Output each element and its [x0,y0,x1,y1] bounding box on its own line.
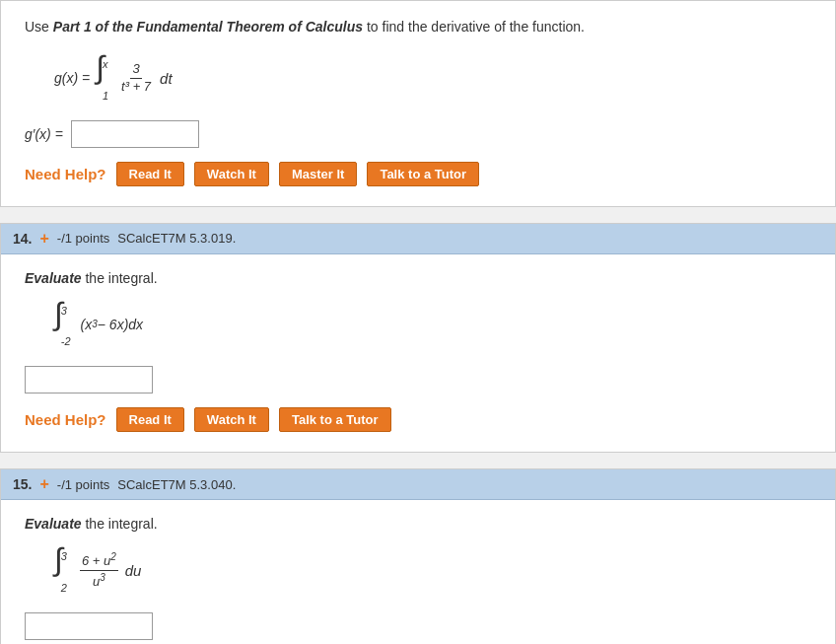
problem-14-number: 14. [13,231,32,247]
evaluate-keyword-15: Evaluate [25,516,82,532]
integral-var: dt [160,65,173,92]
fraction-denominator-15: u3 [91,571,107,591]
problem-15-block: 15. + -/1 points SCalcET7M 5.3.040. Eval… [0,468,836,644]
integrand-14: (x3 − 6x)dx [81,313,144,337]
problem-15-body: Evaluate the integral. ∫ 3 2 6 + u2 [1,500,835,644]
problem-15-id: SCalcET7M 5.3.040. [117,477,236,492]
integrand-15: 6 + u2 u3 du [77,550,142,591]
fraction-numerator: 3 [130,61,141,79]
top-problem-instruction: Use Part 1 of the Fundamental Theorem of… [25,17,811,37]
integral-equation: g(x) = ∫ x 1 3 t³ + 7 dt [54,51,811,107]
integral-line-15: ∫ 3 2 6 + u2 u3 du [54,543,811,599]
problem-14-points: -/1 points [57,231,109,246]
read-it-button-14[interactable]: Read It [116,407,184,432]
fraction-denominator: t³ + 7 [119,79,153,96]
top-problem-math: g(x) = ∫ x 1 3 t³ + 7 dt [54,51,811,107]
need-help-row-top: Need Help? Read It Watch It Master It Ta… [25,162,811,186]
problem-15-header: 15. + -/1 points SCalcET7M 5.3.040. [1,469,835,500]
evaluate-keyword-14: Evaluate [25,270,82,286]
need-help-label-14: Need Help? [25,411,106,428]
problem-14-body: Evaluate the integral. ∫ 3 -2 (x3 − 6x)d… [1,254,835,453]
upper-limit-14: 3 [61,302,71,322]
watch-it-button-top[interactable]: Watch It [194,162,269,186]
integral-limits: x 1 [103,55,108,107]
master-it-button-top[interactable]: Master It [279,162,357,186]
problem-15-points: -/1 points [57,477,109,492]
answer-row: g′(x) = [25,120,811,148]
integral-container-14: ∫ 3 -2 [54,298,71,353]
problem-15-number: 15. [13,476,32,492]
upper-limit: x [103,55,108,75]
page-container: Use Part 1 of the Fundamental Theorem of… [0,0,836,644]
integral-container-15: ∫ 3 2 [54,543,67,599]
problem-14-block: 14. + -/1 points SCalcET7M 5.3.019. Eval… [0,223,836,454]
fraction-numerator-15: 6 + u2 [80,550,118,571]
lower-limit: 1 [103,87,108,107]
integral-symbol-container: ∫ x 1 [96,51,108,107]
integral-line-14: ∫ 3 -2 (x3 − 6x)dx [54,298,811,353]
integrand-fraction: 3 t³ + 7 [119,61,153,96]
read-it-button-top[interactable]: Read It [116,162,184,186]
integral-limits-15: 3 2 [61,547,67,599]
answer-input-14[interactable] [25,366,153,394]
talk-to-tutor-button-14[interactable]: Talk to a Tutor [279,407,391,432]
watch-it-button-14[interactable]: Watch It [194,407,269,432]
integral-limits-14: 3 -2 [61,302,71,353]
integral-content: 3 t³ + 7 dt [116,61,173,96]
answer-label: g′(x) = [25,126,63,142]
integral-var-15: du [125,557,142,584]
problem-15-instruction: Evaluate the integral. [25,516,811,532]
problem-15-math: ∫ 3 2 6 + u2 u3 du [54,543,811,599]
upper-limit-15: 3 [61,547,67,567]
problem-14-id: SCalcET7M 5.3.019. [117,231,236,246]
plus-icon-14: + [39,230,48,248]
problem-14-math: ∫ 3 -2 (x3 − 6x)dx [54,298,811,353]
need-help-label-top: Need Help? [25,166,106,182]
plus-icon-15: + [39,475,48,493]
answer-input-top[interactable] [71,120,199,148]
problem-14-header: 14. + -/1 points SCalcET7M 5.3.019. [1,224,835,254]
function-label: g(x) = [54,66,90,91]
top-problem-block: Use Part 1 of the Fundamental Theorem of… [0,0,836,207]
lower-limit-14: -2 [61,332,71,352]
lower-limit-15: 2 [61,579,67,599]
integrand-fraction-15: 6 + u2 u3 [80,550,118,591]
problem-14-instruction: Evaluate the integral. [25,270,811,286]
need-help-row-14: Need Help? Read It Watch It Talk to a Tu… [25,407,811,432]
answer-input-15[interactable] [25,612,153,640]
talk-to-tutor-button-top[interactable]: Talk to a Tutor [367,162,479,186]
